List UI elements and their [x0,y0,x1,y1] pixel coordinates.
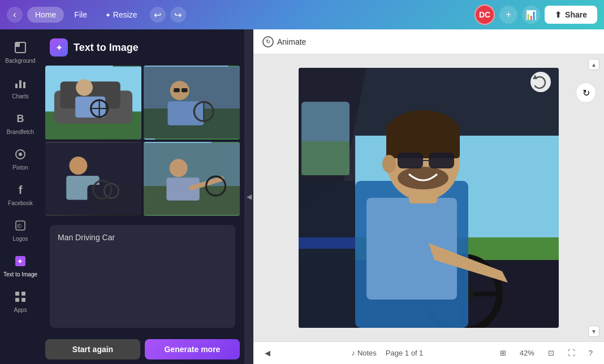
tti-panel-icon: ✦ [50,38,68,57]
svg-text:©: © [17,223,21,229]
svg-point-6 [19,153,22,156]
pixton-icon [12,146,28,162]
brand-icon: DC [474,5,495,25]
logos-icon: © [12,218,28,233]
svg-rect-37 [87,185,141,215]
main-area: Background Charts B Brandfetch Pixton f … [0,29,604,364]
notes-icon: ♪ [351,349,355,357]
tti-panel: ✦ Text to Image [41,29,244,364]
file-tab[interactable]: File [66,7,95,23]
text-to-image-label: Text to Image [3,271,37,278]
image-thumb-1[interactable] [45,66,141,140]
svg-rect-67 [398,153,423,168]
image-thumb-2[interactable] [144,66,240,140]
back-button[interactable]: ‹ [7,7,23,23]
apps-icon [12,289,28,305]
tti-panel-title: Text to Image [74,42,139,54]
canvas-toolbar: ↻ Animate [253,29,604,54]
logos-label: Logos [12,236,28,242]
facebook-icon: f [12,182,28,198]
grid-view-button[interactable]: ⊞ [495,346,511,359]
add-button[interactable]: + [499,6,517,24]
redo-button[interactable]: ↪ [170,7,186,23]
svg-rect-11 [15,292,19,296]
svg-rect-12 [21,292,25,296]
image-thumb-3[interactable] [45,142,141,216]
svg-rect-68 [429,153,454,168]
zoom-value[interactable]: 42% [515,346,539,359]
canvas-area: ↻ Animate ▲ [253,29,604,364]
facebook-label: Facebook [8,200,33,206]
notes-button[interactable]: ♪ Notes [347,346,381,359]
prompt-input[interactable]: Man Driving Car [50,225,235,328]
charts-icon [12,75,28,91]
share-icon: ⬆ [555,10,562,19]
sidebar-item-apps[interactable]: Apps [0,283,41,319]
home-tab[interactable]: Home [27,7,64,23]
page-info: Page 1 of 1 [386,349,424,357]
svg-rect-14 [21,298,25,302]
analytics-button[interactable]: 📊 [522,6,540,24]
topbar-nav: Home File ✦ Resize [27,7,145,23]
pixton-label: Pixton [12,164,28,171]
canvas-bottom-bar: ◀ ♪ Notes Page 1 of 1 ⊞ 42% ⊡ ⛶ ? [253,341,604,364]
bottom-left: ◀ [260,346,275,359]
animate-button[interactable]: ↻ Animate [262,36,306,47]
topbar: ‹ Home File ✦ Resize ↩ ↪ DC + 📊 ⬆ Share [0,0,604,29]
apps-label: Apps [14,307,27,313]
sidebar-item-brandfetch[interactable]: B Brandfetch [0,105,41,141]
resize-tab[interactable]: ✦ Resize [97,7,145,23]
fit-view-button[interactable]: ⊡ [543,346,559,359]
svg-rect-13 [15,298,19,302]
refresh-button[interactable]: ↻ [576,83,596,103]
svg-rect-1 [15,42,20,47]
background-icon [12,40,28,55]
svg-rect-4 [23,82,25,88]
brandfetch-icon: B [12,111,28,127]
canvas-main[interactable]: ▲ [253,54,604,341]
svg-point-70 [382,155,396,173]
panel-collapse-button[interactable]: ◀ [244,29,253,364]
svg-rect-73 [301,141,350,175]
sidebar-item-text-to-image[interactable]: ✦ Text to Image [0,248,41,283]
bottom-right: ⊞ 42% ⊡ ⛶ ? [495,346,597,359]
svg-rect-30 [182,88,188,92]
sidebar-item-logos[interactable]: © Logos [0,212,41,248]
generate-more-button[interactable]: Generate more [145,339,240,359]
prev-page-arrow[interactable]: ◀ [260,346,275,359]
svg-rect-74 [299,237,355,249]
sidebar: Background Charts B Brandfetch Pixton f … [0,29,41,364]
animate-icon: ↻ [262,36,274,47]
image-grid [41,66,244,220]
svg-point-66 [398,167,448,189]
svg-point-75 [530,72,551,92]
bottom-center: ♪ Notes Page 1 of 1 [347,346,423,359]
svg-rect-71 [299,181,355,328]
tti-header: ✦ Text to Image [41,29,244,66]
brandfetch-label: Brandfetch [7,129,34,135]
scroll-up-button[interactable]: ▲ [588,59,599,70]
undo-button[interactable]: ↩ [150,7,166,23]
tti-buttons: Start again Generate more [41,335,244,364]
background-label: Background [5,58,35,64]
share-button[interactable]: ⬆ Share [545,6,597,24]
svg-rect-29 [174,88,180,92]
start-again-button[interactable]: Start again [45,339,140,359]
svg-rect-28 [168,101,204,125]
svg-point-35 [70,157,88,175]
svg-point-19 [76,79,93,96]
sidebar-item-pixton[interactable]: Pixton [0,141,41,176]
help-button[interactable]: ? [584,346,597,359]
scroll-down-button[interactable]: ▼ [588,326,599,337]
sidebar-item-facebook[interactable]: f Facebook [0,176,41,212]
main-canvas-image [299,68,559,328]
sidebar-item-charts[interactable]: Charts [0,70,41,105]
sidebar-item-background[interactable]: Background [0,34,41,70]
svg-point-43 [170,159,188,177]
svg-rect-3 [19,80,21,88]
fullscreen-button[interactable]: ⛶ [563,346,580,359]
image-thumb-4[interactable] [144,142,240,216]
charts-label: Charts [12,93,28,99]
text-to-image-icon: ✦ [12,253,28,269]
svg-rect-2 [15,84,18,88]
